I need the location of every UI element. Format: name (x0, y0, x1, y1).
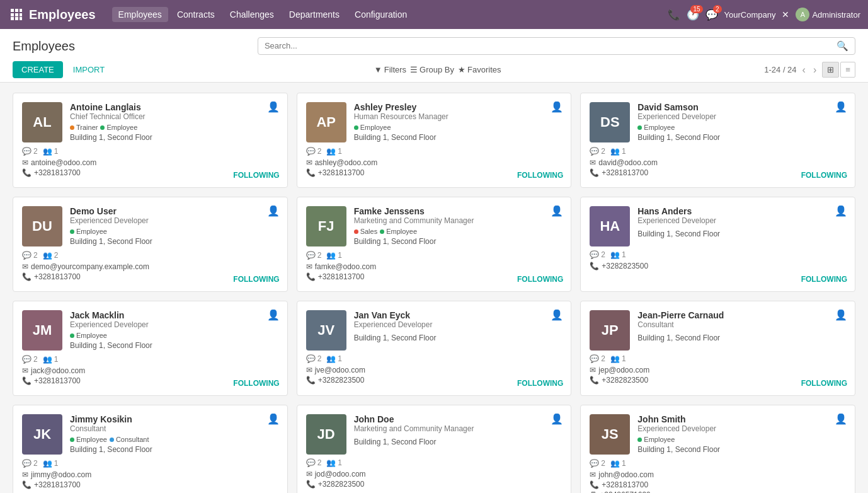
nav-employees[interactable]: Employees (112, 7, 168, 22)
follower-count[interactable]: 👥 1 (326, 251, 342, 260)
employee-follow-icon[interactable]: 👤 (267, 101, 280, 113)
apps-menu-icon[interactable] (8, 6, 25, 23)
message-count[interactable]: 💬 2 (590, 147, 605, 156)
nav-configuration[interactable]: Configuration (348, 7, 413, 22)
follower-count[interactable]: 👥 2 (43, 251, 59, 260)
following-button[interactable]: FOLLOWING (517, 275, 563, 284)
follower-count[interactable]: 👥 1 (43, 459, 59, 468)
list-view-button[interactable]: ≡ (840, 62, 855, 78)
employee-follow-icon[interactable]: 👤 (551, 413, 563, 425)
create-button[interactable]: CREATE (13, 61, 63, 78)
chat-icon: 💬 (306, 458, 316, 467)
employee-avatar: DS (590, 102, 630, 142)
employee-email: ✉ jve@odoo.com (306, 366, 562, 374)
employee-follow-icon[interactable]: 👤 (551, 205, 563, 217)
message-count[interactable]: 💬 2 (306, 458, 322, 467)
employee-email: ✉ jod@odoo.com (306, 470, 562, 478)
following-button[interactable]: FOLLOWING (517, 171, 563, 180)
follower-count[interactable]: 👥 1 (43, 355, 59, 364)
search-icon[interactable]: 🔍 (837, 40, 848, 52)
employee-follow-icon[interactable]: 👤 (551, 101, 563, 113)
admin-menu[interactable]: A Administrator (796, 8, 860, 21)
employee-card[interactable]: JS John Smith Experienced Developer Empl… (580, 405, 855, 493)
favorites-button[interactable]: ★ Favorites (458, 65, 501, 74)
message-count[interactable]: 💬 2 (590, 354, 605, 363)
employee-follow-icon[interactable]: 👤 (835, 205, 847, 217)
email-icon: ✉ (306, 470, 312, 478)
employee-follow-icon[interactable]: 👤 (267, 205, 280, 217)
employee-card[interactable]: JK Jimmy Kosikin Consultant Employee Con… (13, 405, 288, 493)
messages-icon[interactable]: 💬2 (705, 9, 718, 21)
filters-button[interactable]: ▼ Filters (374, 65, 406, 74)
employee-follow-icon[interactable]: 👤 (835, 101, 847, 113)
message-count[interactable]: 💬 2 (22, 251, 38, 260)
message-count[interactable]: 💬 2 (306, 147, 322, 156)
employee-name: John Smith (637, 414, 846, 424)
following-button[interactable]: FOLLOWING (233, 171, 279, 180)
card-view-button[interactable]: ⊞ (822, 62, 839, 78)
search-input[interactable] (265, 41, 837, 50)
message-count[interactable]: 💬 2 (22, 147, 38, 156)
phone-icon: 📞 (590, 262, 599, 270)
employee-follow-icon[interactable]: 👤 (267, 309, 280, 321)
nav-contracts[interactable]: Contracts (171, 7, 221, 22)
groupby-button[interactable]: ☰ Group By (410, 65, 454, 74)
import-button[interactable]: IMPORT (67, 61, 111, 78)
following-button[interactable]: FOLLOWING (517, 379, 563, 388)
employee-follow-icon[interactable]: 👤 (267, 413, 280, 425)
svg-rect-0 (11, 9, 14, 12)
employee-card[interactable]: AL Antoine Langlais Chief Technical Offi… (13, 93, 288, 188)
employee-card[interactable]: JP Jean-Pierre Carnaud Consultant Buildi… (580, 301, 855, 396)
follower-count[interactable]: 👥 1 (43, 147, 59, 156)
employee-follow-icon[interactable]: 👤 (835, 413, 847, 425)
followers-icon: 👥 (43, 147, 52, 156)
prev-page-button[interactable]: ‹ (801, 64, 808, 76)
message-count[interactable]: 💬 2 (306, 251, 322, 260)
nav-challenges[interactable]: Challenges (224, 7, 280, 22)
follower-count[interactable]: 👥 1 (326, 147, 342, 156)
follower-count[interactable]: 👥 1 (610, 354, 626, 363)
following-button[interactable]: FOLLOWING (801, 275, 847, 284)
following-button[interactable]: FOLLOWING (801, 171, 847, 180)
following-button[interactable]: FOLLOWING (801, 379, 847, 388)
message-count[interactable]: 💬 2 (590, 459, 605, 468)
phone-icon[interactable]: 📞 (668, 9, 680, 21)
follower-count[interactable]: 👥 1 (326, 354, 342, 363)
employee-job: Consultant (637, 320, 846, 329)
employee-card[interactable]: JV Jan Van Eyck Experienced Developer Bu… (297, 301, 572, 396)
notifications-icon[interactable]: 🕐15 (687, 9, 699, 21)
employee-job: Experienced Developer (70, 216, 278, 225)
employee-job: Experienced Developer (70, 320, 278, 329)
employee-name: Ashley Presley (354, 102, 562, 112)
email-icon: ✉ (306, 366, 312, 374)
company-selector[interactable]: YourCompany (724, 10, 776, 20)
following-button[interactable]: FOLLOWING (233, 379, 279, 388)
nav-departments[interactable]: Departments (283, 7, 346, 22)
message-count[interactable]: 💬 2 (590, 250, 605, 259)
employee-card[interactable]: DU Demo User Experienced Developer Emplo… (13, 197, 288, 292)
following-button[interactable]: FOLLOWING (233, 275, 279, 284)
follower-count[interactable]: 👥 1 (610, 147, 626, 156)
message-count[interactable]: 💬 2 (306, 354, 322, 363)
employee-follow-icon[interactable]: 👤 (551, 309, 563, 321)
employee-card[interactable]: JM Jack Macklin Experienced Developer Em… (13, 301, 288, 396)
card-meta: 💬 2 👥 1 (22, 147, 278, 156)
employee-email: ✉ antoine@odoo.com (22, 158, 278, 167)
follower-count[interactable]: 👥 1 (610, 459, 626, 468)
employee-avatar: HA (590, 206, 630, 246)
follower-count[interactable]: 👥 1 (610, 250, 626, 259)
employee-tags: Employee (70, 228, 278, 235)
employee-card[interactable]: DS David Samson Experienced Developer Em… (580, 93, 855, 188)
next-page-button[interactable]: › (811, 64, 818, 76)
employee-card[interactable]: AP Ashley Presley Human Resources Manage… (297, 93, 572, 188)
close-icon[interactable]: ✕ (782, 9, 789, 20)
message-count[interactable]: 💬 2 (22, 355, 38, 364)
message-count[interactable]: 💬 2 (22, 459, 38, 468)
employee-card[interactable]: HA Hans Anders Experienced Developer Bui… (580, 197, 855, 292)
email-icon: ✉ (306, 262, 312, 271)
employee-card[interactable]: FJ Famke Jenssens Marketing and Communit… (297, 197, 572, 292)
employee-follow-icon[interactable]: 👤 (835, 309, 847, 321)
followers-icon: 👥 (326, 458, 336, 467)
employee-card[interactable]: JD John Doe Marketing and Community Mana… (297, 405, 572, 493)
follower-count[interactable]: 👥 1 (326, 458, 342, 467)
